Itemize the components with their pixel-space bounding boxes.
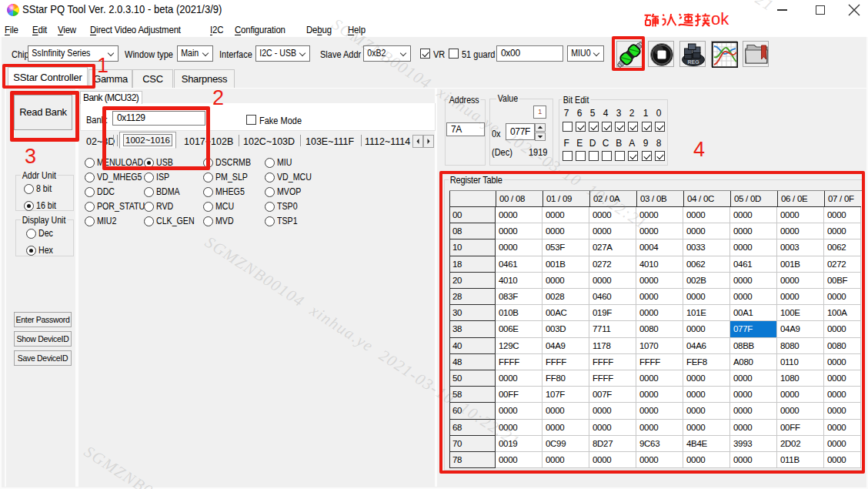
svg-text:REG: REG <box>687 59 699 65</box>
